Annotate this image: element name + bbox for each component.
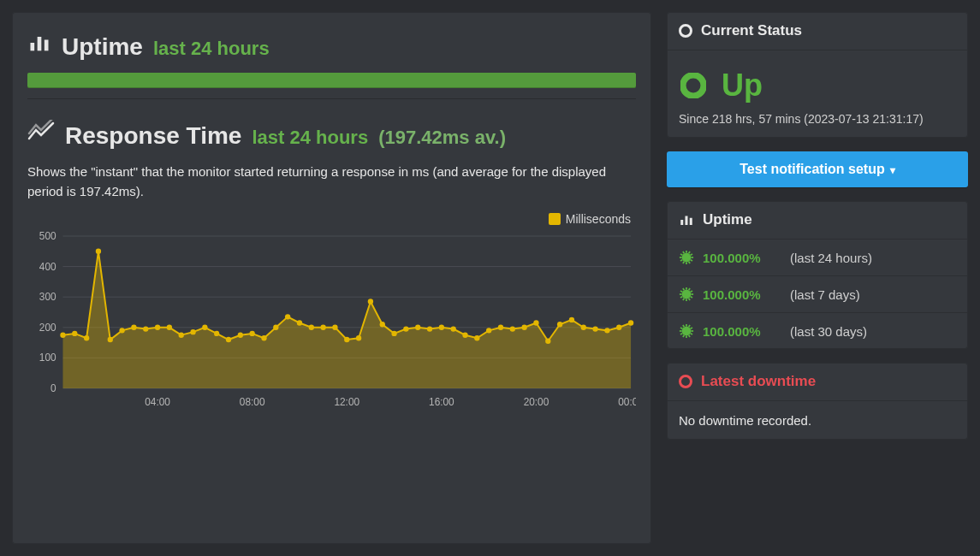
status-since: Since 218 hrs, 57 mins (2023-07-13 21:31… <box>679 112 956 126</box>
response-description: Shows the "instant" that the monitor sta… <box>27 162 609 202</box>
svg-text:200: 200 <box>39 321 56 333</box>
svg-line-109 <box>680 328 682 328</box>
svg-line-77 <box>691 260 692 261</box>
uptime-period: (last 30 days) <box>790 324 867 339</box>
down-dot-icon <box>679 375 692 388</box>
svg-text:300: 300 <box>39 291 56 303</box>
svg-point-25 <box>108 336 113 341</box>
bars-icon <box>27 31 51 55</box>
svg-point-48 <box>380 322 385 327</box>
svg-point-31 <box>179 332 184 337</box>
response-subtitle: last 24 hours <box>252 127 368 149</box>
response-title: Response Time <box>65 122 241 150</box>
separator <box>27 98 636 99</box>
svg-line-100 <box>691 291 692 292</box>
svg-point-70 <box>680 26 692 37</box>
svg-text:500: 500 <box>39 231 56 242</box>
uptime-panel-title: Uptime <box>703 211 752 228</box>
svg-point-44 <box>332 324 337 329</box>
uptime-panel-header: Uptime <box>667 201 968 240</box>
svg-point-75 <box>682 253 692 263</box>
svg-point-69 <box>628 320 633 325</box>
svg-rect-74 <box>690 218 692 225</box>
svg-point-35 <box>226 336 231 341</box>
svg-point-41 <box>297 320 302 325</box>
svg-line-97 <box>683 288 684 290</box>
svg-point-51 <box>415 324 420 329</box>
uptime-bar <box>27 73 636 88</box>
svg-line-103 <box>691 334 692 334</box>
svg-line-96 <box>680 291 682 292</box>
svg-rect-72 <box>680 220 683 225</box>
svg-text:20:00: 20:00 <box>524 395 549 407</box>
svg-line-107 <box>680 334 682 334</box>
svg-text:04:00: 04:00 <box>145 395 170 407</box>
svg-line-83 <box>680 254 682 255</box>
svg-point-39 <box>273 324 278 329</box>
downtime-panel: Latest downtime No downtime recorded. <box>667 363 968 440</box>
svg-point-30 <box>167 324 172 329</box>
status-dot-icon <box>679 24 692 38</box>
uptime-section-header: Uptime last 24 hours <box>27 31 636 61</box>
svg-text:08:00: 08:00 <box>240 395 265 407</box>
svg-point-34 <box>214 330 219 335</box>
svg-point-58 <box>498 324 503 329</box>
uptime-row: 100.000% (last 7 days) <box>667 275 968 312</box>
current-status-title: Current Status <box>701 22 802 39</box>
caret-down-icon: ▾ <box>890 164 895 176</box>
uptime-panel: Uptime 100.000% (last 24 hours) 100.000%… <box>667 201 968 349</box>
burst-icon <box>679 287 694 302</box>
svg-point-53 <box>439 324 444 329</box>
svg-point-61 <box>533 320 538 325</box>
burst-icon <box>679 323 694 339</box>
svg-rect-73 <box>686 216 688 226</box>
svg-point-60 <box>521 324 526 329</box>
uptime-period: (last 24 hours) <box>790 251 872 265</box>
current-status-panel: Current Status Up Since 218 hrs, 57 mins… <box>667 12 968 138</box>
svg-point-65 <box>581 324 586 329</box>
svg-point-33 <box>202 324 207 329</box>
svg-point-71 <box>683 75 704 96</box>
svg-text:12:00: 12:00 <box>334 395 359 407</box>
svg-point-45 <box>344 336 349 341</box>
svg-point-67 <box>604 328 609 333</box>
svg-line-78 <box>689 262 690 263</box>
test-notification-button[interactable]: Test notification setup▾ <box>667 151 968 187</box>
response-avg: (197.42ms av.) <box>378 127 506 149</box>
svg-point-32 <box>190 328 195 334</box>
legend-swatch <box>549 213 561 225</box>
svg-line-86 <box>689 251 690 253</box>
svg-point-38 <box>261 335 266 340</box>
up-dot-icon <box>680 73 706 98</box>
downtime-header: Latest downtime <box>667 363 968 401</box>
svg-point-56 <box>474 335 479 340</box>
svg-text:16:00: 16:00 <box>429 395 454 407</box>
svg-point-52 <box>427 326 432 331</box>
svg-line-80 <box>683 262 684 263</box>
svg-point-57 <box>486 328 491 333</box>
uptime-pct: 100.000% <box>703 251 781 265</box>
svg-point-40 <box>285 314 290 319</box>
uptime-row: 100.000% (last 30 days) <box>667 312 968 349</box>
svg-line-113 <box>691 328 692 328</box>
svg-point-63 <box>557 322 562 327</box>
current-status-header: Current Status <box>667 12 968 50</box>
svg-line-104 <box>689 335 690 337</box>
svg-point-55 <box>462 332 467 337</box>
uptime-row: 100.000% (last 24 hours) <box>667 240 968 275</box>
svg-point-27 <box>131 324 136 329</box>
svg-point-49 <box>391 330 396 335</box>
svg-point-36 <box>238 332 243 337</box>
svg-point-59 <box>510 326 515 331</box>
test-notification-label: Test notification setup <box>739 162 884 176</box>
main-panel: Uptime last 24 hours Response Time last … <box>12 12 651 544</box>
svg-point-46 <box>356 335 361 340</box>
svg-rect-0 <box>31 43 35 50</box>
legend-label: Milliseconds <box>566 212 631 226</box>
svg-point-54 <box>451 326 456 331</box>
uptime-subtitle: last 24 hours <box>153 38 270 60</box>
burst-icon <box>679 250 694 265</box>
svg-line-87 <box>691 254 692 255</box>
bars-icon <box>679 212 694 228</box>
uptime-period: (last 7 days) <box>790 287 860 302</box>
